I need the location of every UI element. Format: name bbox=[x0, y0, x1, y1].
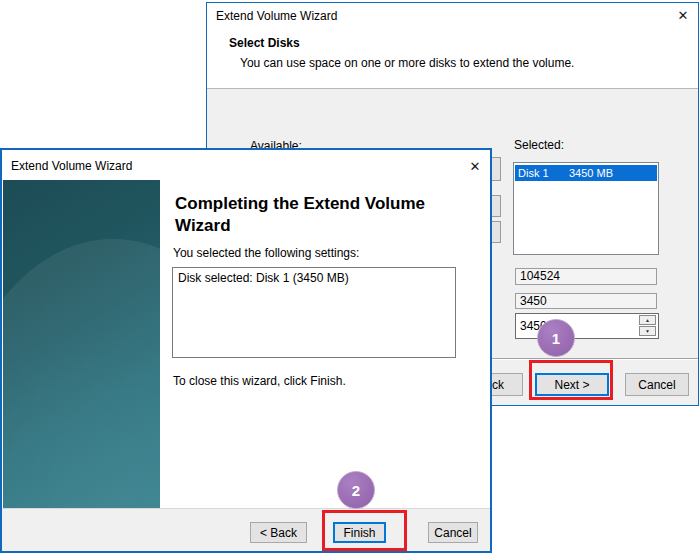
fg-back-button[interactable]: < Back bbox=[250, 522, 307, 543]
fg-cancel-button[interactable]: Cancel bbox=[428, 522, 478, 543]
bg-cancel-button[interactable]: Cancel bbox=[625, 373, 689, 396]
bg-page-description: You can use space on one or more disks t… bbox=[240, 56, 574, 70]
next-button-highlight bbox=[529, 360, 613, 400]
finish-button-highlight bbox=[322, 510, 407, 551]
step-1-badge: 1 bbox=[537, 319, 575, 357]
settings-summary-item: Disk selected: Disk 1 (3450 MB) bbox=[178, 271, 349, 285]
minimum-space-field[interactable]: 3450 bbox=[515, 293, 657, 309]
fg-button-strip bbox=[2, 508, 490, 551]
settings-summary-box[interactable]: Disk selected: Disk 1 (3450 MB) bbox=[172, 267, 456, 358]
hidden-button-fragment[interactable] bbox=[492, 221, 501, 243]
closing-instruction: To close this wizard, click Finish. bbox=[173, 374, 346, 388]
screen: Extend Volume Wizard ✕ Select Disks You … bbox=[0, 0, 700, 555]
bg-wizard-header: Select Disks You can use space on one or… bbox=[207, 29, 698, 89]
step-2-badge: 2 bbox=[337, 471, 375, 509]
fg-window-title: Extend Volume Wizard bbox=[11, 159, 132, 173]
extend-volume-wizard-completing-window: Extend Volume Wizard ✕ Completing the Ex… bbox=[0, 148, 492, 553]
hidden-add-button-fragment[interactable] bbox=[492, 157, 501, 181]
selected-disks-listbox[interactable]: Disk 1 3450 MB bbox=[513, 162, 659, 255]
selected-label: Selected: bbox=[514, 138, 564, 152]
hidden-remove-button-fragment[interactable] bbox=[492, 195, 501, 217]
fg-title-bar: Extend Volume Wizard bbox=[2, 150, 490, 180]
completion-heading: Completing the Extend Volume Wizard bbox=[175, 193, 463, 237]
bg-window-title: Extend Volume Wizard bbox=[216, 9, 337, 23]
spinner: ▲ ▼ bbox=[639, 315, 656, 337]
maximum-space-field[interactable]: 104524 bbox=[515, 268, 657, 285]
bg-close-icon[interactable]: ✕ bbox=[674, 6, 692, 24]
selected-disk-size: 3450 MB bbox=[569, 165, 613, 181]
bg-page-title: Select Disks bbox=[229, 36, 300, 50]
wizard-sidebar-art bbox=[3, 180, 160, 508]
spinner-down-icon[interactable]: ▼ bbox=[639, 326, 656, 336]
fg-close-icon[interactable]: ✕ bbox=[466, 157, 484, 175]
spinner-up-icon[interactable]: ▲ bbox=[639, 315, 656, 325]
selected-disk-row[interactable]: Disk 1 3450 MB bbox=[515, 165, 657, 181]
settings-label: You selected the following settings: bbox=[173, 246, 359, 260]
bg-title-bar: Extend Volume Wizard bbox=[207, 3, 698, 29]
selected-disk-name: Disk 1 bbox=[518, 165, 549, 181]
